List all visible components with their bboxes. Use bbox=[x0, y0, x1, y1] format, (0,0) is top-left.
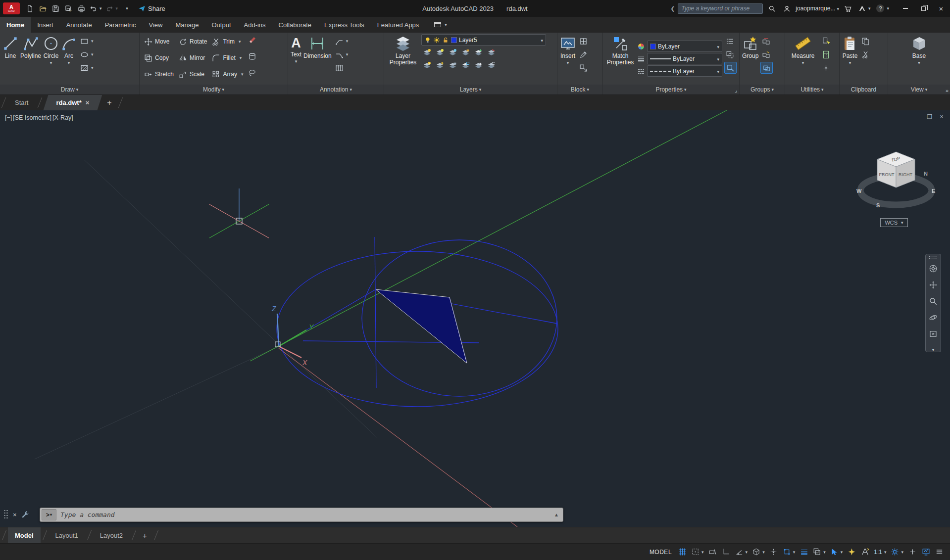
layer-off-button[interactable] bbox=[421, 47, 433, 58]
measure-dropdown-icon[interactable] bbox=[802, 59, 804, 64]
arc-dropdown-icon[interactable] bbox=[68, 59, 70, 64]
linetype-dropdown[interactable]: ByLayer bbox=[647, 65, 722, 77]
linetype-caret-icon[interactable] bbox=[715, 68, 719, 75]
layer-dropdown-caret-icon[interactable] bbox=[539, 37, 543, 44]
zoom-button[interactable] bbox=[927, 294, 940, 309]
properties-panel-label[interactable]: Properties bbox=[603, 85, 739, 94]
close-button[interactable]: × bbox=[932, 0, 950, 17]
clipboard-panel-label[interactable]: Clipboard bbox=[840, 85, 888, 94]
graphics-performance-toggle[interactable] bbox=[920, 546, 932, 559]
quick-calc-button[interactable] bbox=[820, 48, 832, 60]
base-dropdown-icon[interactable] bbox=[918, 59, 920, 64]
transparency-button[interactable] bbox=[724, 48, 737, 60]
tab-express-tools[interactable]: Express Tools bbox=[318, 17, 371, 33]
tab-parametric[interactable]: Parametric bbox=[99, 17, 143, 33]
rectangle-button[interactable] bbox=[79, 35, 95, 47]
scale-button[interactable]: Scale bbox=[177, 67, 209, 82]
help-button[interactable]: ? bbox=[875, 2, 891, 15]
layout-tab-model[interactable]: Model bbox=[8, 527, 41, 543]
navbar-customize-button[interactable] bbox=[927, 343, 940, 350]
annotation-visibility-toggle[interactable] bbox=[846, 546, 857, 559]
rotate-button[interactable]: Rotate bbox=[177, 34, 209, 49]
block-editor-button[interactable] bbox=[578, 62, 589, 74]
explode-button[interactable] bbox=[247, 50, 258, 62]
search-button[interactable] bbox=[766, 2, 778, 15]
turn-all-layers-on-button[interactable] bbox=[421, 59, 433, 71]
tab-view[interactable]: View bbox=[143, 17, 169, 33]
search-input[interactable] bbox=[678, 3, 763, 14]
customize-wrench-icon[interactable] bbox=[21, 511, 30, 519]
new-file-button[interactable] bbox=[24, 2, 36, 15]
viewport-restore-icon[interactable]: ❐ bbox=[926, 113, 933, 120]
tab-add-ins[interactable]: Add-ins bbox=[238, 17, 272, 33]
layer-lock-button[interactable] bbox=[460, 47, 471, 58]
maximize-button[interactable] bbox=[914, 0, 932, 17]
move-button[interactable]: Move bbox=[142, 34, 176, 49]
measure-button[interactable]: Measure bbox=[788, 34, 818, 83]
viewport-visual-style-control[interactable]: [X-Ray] bbox=[52, 114, 73, 121]
orbit-button[interactable] bbox=[927, 310, 940, 325]
layer-freeze-button[interactable] bbox=[447, 47, 458, 58]
tab-collaborate[interactable]: Collaborate bbox=[272, 17, 318, 33]
tab-output[interactable]: Output bbox=[205, 17, 237, 33]
app-store-button[interactable] bbox=[842, 2, 854, 15]
workspace-switching-button[interactable] bbox=[889, 546, 905, 559]
match-properties-button[interactable]: Match Properties bbox=[605, 34, 635, 83]
copy-objects-to-layer-button[interactable] bbox=[460, 59, 471, 71]
new-layout-button[interactable]: + bbox=[138, 527, 152, 543]
viewport-minimize-control[interactable]: [−] bbox=[5, 114, 12, 121]
layer-match-button[interactable] bbox=[486, 47, 497, 58]
group-button[interactable]: Group bbox=[742, 34, 758, 83]
copy-button[interactable]: Copy bbox=[142, 50, 176, 65]
mirror-button[interactable]: Mirror bbox=[177, 50, 209, 65]
open-file-button[interactable] bbox=[37, 2, 49, 15]
autodesk-app-button[interactable] bbox=[857, 2, 872, 15]
make-current-button[interactable] bbox=[473, 47, 484, 58]
ribbon-display-toggle[interactable] bbox=[430, 17, 451, 33]
ortho-mode-toggle[interactable] bbox=[720, 546, 732, 559]
quick-select-button[interactable] bbox=[820, 35, 832, 47]
view-panel-label[interactable]: View bbox=[888, 85, 950, 94]
layer-isolate-button[interactable] bbox=[434, 47, 446, 58]
command-drag-grip[interactable] bbox=[4, 510, 8, 519]
command-input[interactable]: Type a command bbox=[60, 511, 550, 518]
object-color-caret-icon[interactable] bbox=[715, 43, 719, 50]
object-snap-tracking-toggle[interactable] bbox=[768, 546, 780, 559]
minimize-button[interactable] bbox=[897, 0, 914, 17]
model-space-toggle[interactable]: MODEL bbox=[650, 549, 672, 556]
lineweight-caret-icon[interactable] bbox=[715, 55, 719, 62]
application-menu-button[interactable]: A CAD bbox=[3, 2, 20, 14]
3d-object-snap-toggle[interactable] bbox=[829, 546, 845, 559]
tab-featured-apps[interactable]: Featured Apps bbox=[371, 17, 426, 33]
cut-button[interactable] bbox=[860, 48, 871, 60]
polyline-button[interactable]: Polyline bbox=[20, 34, 41, 83]
annotation-scale-button[interactable]: 1:1 bbox=[872, 546, 888, 559]
create-block-button[interactable] bbox=[578, 35, 589, 47]
polar-tracking-toggle[interactable] bbox=[734, 546, 750, 559]
viewcube[interactable]: W S E N TOP FRONT RIGHT WCS bbox=[852, 139, 942, 238]
command-close-icon[interactable]: × bbox=[13, 511, 17, 518]
draw-panel-label[interactable]: Draw bbox=[0, 85, 139, 94]
text-dropdown-icon[interactable] bbox=[295, 58, 298, 62]
new-drawing-tab-button[interactable]: + bbox=[102, 95, 116, 110]
tab-manage[interactable]: Manage bbox=[169, 17, 205, 33]
stretch-button[interactable]: Stretch bbox=[142, 67, 176, 82]
save-as-button[interactable] bbox=[62, 2, 74, 15]
arc-button[interactable]: Arc bbox=[61, 34, 77, 83]
fillet-button[interactable]: Fillet bbox=[210, 50, 245, 65]
ungroup-button[interactable] bbox=[760, 35, 773, 47]
object-color-dropdown[interactable]: ByLayer bbox=[647, 41, 722, 52]
paste-button[interactable]: Paste bbox=[842, 34, 858, 83]
selection-cycling-toggle[interactable] bbox=[811, 546, 827, 559]
circle-button[interactable]: Circle bbox=[43, 34, 59, 83]
showmotion-button[interactable] bbox=[927, 327, 940, 341]
undo-button[interactable] bbox=[88, 2, 103, 15]
group-edit-button[interactable] bbox=[760, 48, 773, 60]
pan-button[interactable] bbox=[927, 278, 940, 292]
edit-attributes-button[interactable] bbox=[578, 48, 589, 60]
utilities-panel-label[interactable]: Utilities bbox=[785, 85, 839, 94]
share-button[interactable]: Share bbox=[138, 5, 165, 12]
qat-customize-button[interactable] bbox=[120, 2, 132, 15]
block-panel-label[interactable]: Block bbox=[557, 85, 602, 94]
lineweight-dropdown[interactable]: ByLayer bbox=[647, 53, 722, 64]
